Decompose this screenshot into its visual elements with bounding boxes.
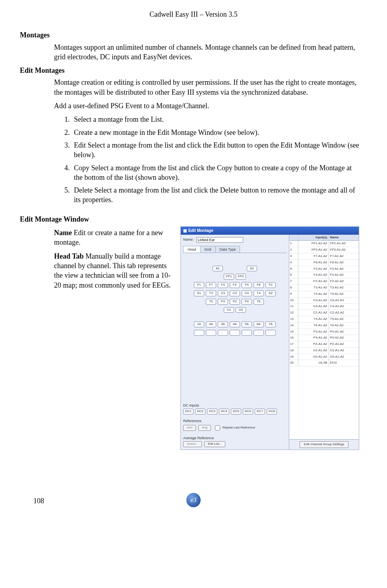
electrode[interactable] [242, 330, 252, 336]
electrode[interactable] [206, 330, 216, 336]
step-item: Delete Select a montage from the list an… [72, 185, 359, 205]
electrode[interactable]: F3 [218, 282, 228, 288]
step-item: Create a new montage in the Edit Montage… [72, 128, 359, 137]
electrode[interactable]: T6 [253, 299, 264, 305]
desc-head-label: Head Tab [54, 252, 84, 260]
dc-input[interactable]: DC1 [183, 409, 194, 415]
window-titlebar: ▦ Edit Montage [181, 227, 359, 235]
tab-grid[interactable]: Grid [200, 246, 216, 253]
repeat-last-ref-checkbox[interactable] [215, 425, 220, 430]
electrode[interactable]: F4 [242, 282, 252, 288]
channel-table[interactable]: 1FP1-A1-A2FP1-A1-A22FP2-A1-A2FP2-A1-A23F… [289, 241, 359, 439]
page-footer: 108 e3 [20, 490, 367, 506]
electrode[interactable] [218, 330, 228, 336]
electrode[interactable]: A1 [213, 266, 223, 272]
table-row[interactable]: 18O1-A1-A2O1-A1-A2 [289, 348, 359, 354]
head-map: A1 A2 FP1FP2 F1F7F3FZF4F8F2 A1T3C3CZC4T4… [183, 255, 286, 401]
name-input[interactable] [196, 237, 243, 243]
table-row[interactable]: 8T3-A1-A2T3-A1-A2 [289, 285, 359, 291]
electrode[interactable]: 5A [242, 321, 252, 327]
table-row[interactable]: 16P4-A1-A2P4-A1-A2 [289, 335, 359, 341]
ref-add-button[interactable]: Add [183, 425, 196, 431]
table-row[interactable]: 9T4-A1-A2T4-A1-A2 [289, 291, 359, 298]
electrode[interactable]: F1 [194, 282, 204, 288]
step-item: Copy Select a montage from the list and … [72, 163, 359, 183]
table-row[interactable]: 4F8-A1-A2F8-A1-A2 [289, 260, 359, 266]
logo-icon: e3 [186, 493, 201, 507]
electrode[interactable]: 2A [206, 321, 216, 327]
electrode[interactable]: T4 [253, 290, 264, 296]
table-row[interactable]: 7FZ-A1-A2FZ-A1-A2 [289, 278, 359, 285]
electrode[interactable]: F7 [206, 282, 216, 288]
electrode[interactable]: P4 [242, 299, 252, 305]
tab-head[interactable]: Head [183, 246, 201, 253]
table-row[interactable]: 11C4-A1-A2C4-A1-A2 [289, 304, 359, 310]
window-title: Edit Montage [188, 228, 213, 234]
table-row[interactable]: 19O2-A1-A2O2-A1-A2 [289, 354, 359, 360]
electrode[interactable] [230, 330, 240, 336]
electrode[interactable]: 7A [265, 321, 276, 327]
electrode[interactable]: O1 [224, 307, 234, 313]
dc-input[interactable]: DC7 [255, 409, 265, 415]
avg-ref-label: Average Reference [183, 436, 286, 440]
electrode[interactable]: C3 [218, 290, 228, 296]
electrode[interactable]: FP2 [236, 274, 246, 280]
tab-datatype[interactable]: Data Type [215, 246, 240, 253]
edit-montage-screenshot: ▦ Edit Montage Name: Head Grid Data Type… [180, 226, 359, 450]
ref-avg-button[interactable]: Avg [198, 425, 211, 431]
electrode[interactable]: FP1 [224, 274, 234, 280]
edit-channel-group-button[interactable]: Edit Channel Group Settings [300, 441, 348, 448]
name-label: Name: [183, 237, 194, 242]
electrode[interactable]: T3 [206, 290, 216, 296]
electrode[interactable] [265, 330, 276, 336]
electrode[interactable]: A1 [194, 290, 204, 296]
electrode[interactable] [194, 330, 204, 336]
electrode[interactable]: F8 [253, 282, 264, 288]
repeat-last-ref[interactable]: Repeat Last Reference [213, 424, 255, 432]
para-montages: Montages support an unlimited number of … [54, 43, 359, 62]
table-row[interactable]: 2FP2-A1-A2FP2-A1-A2 [289, 247, 359, 253]
electrode[interactable]: F2 [265, 282, 276, 288]
dc-inputs-label: DC Inputs [183, 403, 286, 408]
desc-head: Head Tab Manually build a montage channe… [54, 251, 173, 290]
table-row[interactable]: 201A-2BECG [289, 360, 359, 366]
dc-input[interactable]: DC8 [267, 409, 277, 415]
table-row[interactable]: 15P3-A1-A2P3-A1-A2 [289, 329, 359, 335]
avg-select-button[interactable]: Select... [183, 441, 202, 447]
electrode[interactable]: P3 [218, 299, 228, 305]
desc-name-label: Name [54, 229, 72, 237]
window-icon: ▦ [183, 228, 187, 234]
electrode[interactable]: T5 [206, 299, 216, 305]
avg-edit-list-button[interactable]: Edit List... [204, 441, 225, 447]
table-row[interactable]: 3F7-A1-A2F7-A1-A2 [289, 253, 359, 260]
heading-montages: Montages [20, 30, 367, 40]
electrode[interactable]: CZ [230, 290, 240, 296]
electrode[interactable]: O2 [236, 307, 246, 313]
electrode[interactable]: A2 [247, 266, 257, 272]
table-row[interactable]: 14T6-A1-A2T6-A1-A2 [289, 323, 359, 329]
dc-input[interactable]: DC4 [219, 409, 229, 415]
step-item: Edit Select a montage from the list and … [72, 140, 359, 160]
electrode[interactable]: A2 [265, 290, 276, 296]
dc-input[interactable]: DC3 [207, 409, 217, 415]
electrode[interactable]: C4 [242, 290, 252, 296]
table-row[interactable]: 10C3-A1-A2C3-A1-A2 [289, 298, 359, 304]
table-row[interactable]: 1FP1-A1-A2FP1-A1-A2 [289, 241, 359, 247]
electrode[interactable]: 3A [218, 321, 228, 327]
col-hdr-idx [289, 235, 298, 241]
electrode[interactable]: PZ [230, 299, 240, 305]
electrode[interactable]: 1A [194, 321, 204, 327]
table-row[interactable]: 13T5-A1-A2T5-A1-A2 [289, 316, 359, 323]
electrode[interactable]: 6A [253, 321, 264, 327]
dc-input[interactable]: DC2 [195, 409, 205, 415]
electrode[interactable]: 4A [230, 321, 240, 327]
electrode[interactable] [253, 330, 264, 336]
table-row[interactable]: 17PZ-A1-A2PZ-A1-A2 [289, 341, 359, 348]
dc-input[interactable]: DC5 [231, 409, 241, 415]
table-row[interactable]: 5F3-A1-A2F3-A1-A2 [289, 266, 359, 273]
heading-edit-montages: Edit Montages [20, 66, 367, 75]
table-row[interactable]: 12CZ-A1-A2CZ-A1-A2 [289, 310, 359, 316]
dc-input[interactable]: DC6 [243, 409, 253, 415]
table-row[interactable]: 6F4-A1-A2F4-A1-A2 [289, 272, 359, 278]
electrode[interactable]: FZ [230, 282, 240, 288]
